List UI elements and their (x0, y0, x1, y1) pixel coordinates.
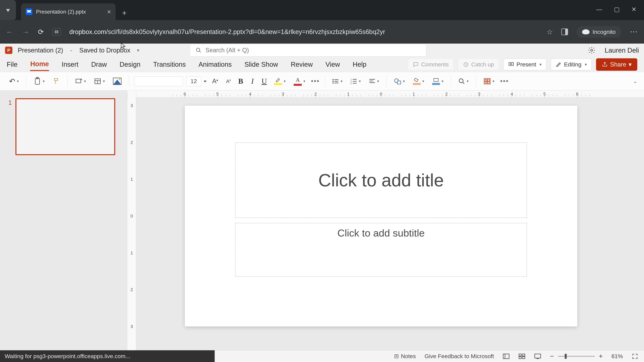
chevron-down-icon[interactable]: ▾ (585, 62, 587, 67)
search-input[interactable] (206, 47, 420, 54)
numbering-button[interactable]: 123 ▾ (348, 75, 363, 87)
tab-animations[interactable]: Animations (198, 58, 232, 70)
new-tab-button[interactable]: + (122, 8, 126, 17)
sorter-view-button[interactable] (518, 353, 526, 359)
gear-icon[interactable] (588, 46, 596, 54)
shape-fill-button[interactable]: ▾ (410, 75, 426, 87)
thumbnail-pane[interactable]: 1 (0, 90, 128, 350)
reload-button[interactable]: ⟳ (38, 28, 44, 36)
forward-button[interactable]: → (22, 27, 30, 36)
tab-view[interactable]: View (326, 58, 340, 70)
header-right: Lauren Deli (588, 46, 639, 54)
document-title[interactable]: Presentation (2) (18, 47, 63, 54)
chevron-down-icon[interactable]: ▾ (137, 48, 139, 53)
underline-button[interactable]: U (260, 77, 268, 85)
tab-help[interactable]: Help (353, 58, 366, 70)
align-button[interactable]: ▾ (366, 75, 381, 87)
tab-insert[interactable]: Insert (62, 58, 78, 70)
zoom-slider[interactable] (558, 356, 595, 357)
share-button[interactable]: Share ▾ (596, 58, 637, 71)
zoom-handle[interactable] (565, 354, 567, 359)
incognito-indicator[interactable]: Incognito (576, 26, 621, 38)
minimize-icon[interactable]: ― (596, 6, 602, 13)
editing-mode-button[interactable]: Editing ▾ (551, 59, 592, 70)
svg-rect-22 (334, 83, 338, 83)
normal-view-button[interactable] (502, 353, 510, 359)
side-panel-icon[interactable] (561, 28, 568, 35)
find-button[interactable]: ▾ (456, 75, 471, 87)
tab-title: Presentation (2).pptx (36, 9, 104, 15)
catchup-button[interactable]: Catch up (458, 59, 499, 70)
designer-button[interactable] (110, 75, 124, 87)
svg-point-35 (459, 79, 463, 83)
subtitle-placeholder[interactable]: Click to add subtitle (235, 223, 527, 277)
comments-button[interactable]: Comments (408, 59, 454, 70)
tab-home[interactable]: Home (30, 58, 49, 71)
designer-pane-button[interactable]: ▾ (481, 75, 497, 87)
feedback-link[interactable]: Give Feedback to Microsoft (424, 353, 494, 360)
font-size-select[interactable]: 12 (186, 76, 201, 86)
user-name[interactable]: Lauren Deli (604, 46, 639, 54)
font-color-button[interactable]: A ▾ (291, 75, 308, 87)
chevron-down-icon: ▾ (6, 6, 10, 13)
present-button[interactable]: Present ▾ (503, 59, 546, 70)
chevron-down-icon[interactable]: ▾ (204, 79, 206, 83)
site-settings-button[interactable] (52, 28, 61, 35)
fit-to-window-button[interactable] (632, 353, 638, 360)
bold-button[interactable]: B (236, 77, 245, 85)
tab-search-button[interactable]: ▾ (0, 0, 16, 20)
slideshow-view-button[interactable] (534, 353, 541, 359)
maximize-icon[interactable]: ▢ (614, 6, 620, 13)
browser-tab[interactable]: Presentation (2).pptx × (21, 3, 116, 20)
close-icon[interactable]: × (107, 8, 111, 15)
undo-icon: ↶ (9, 77, 15, 85)
title-placeholder[interactable]: Click to add title (235, 142, 527, 218)
more-commands[interactable]: ••• (500, 78, 509, 85)
slide-canvas[interactable]: Click to add title Click to add subtitle (185, 106, 577, 327)
tab-review[interactable]: Review (291, 58, 313, 70)
shape-fill-swatch (413, 83, 420, 85)
catchup-label: Catch up (471, 61, 494, 68)
undo-button[interactable]: ↶▾ (7, 75, 21, 87)
format-painter-button[interactable] (50, 75, 62, 87)
more-font-options[interactable]: ••• (311, 78, 320, 85)
svg-rect-20 (334, 81, 338, 81)
search-box[interactable] (190, 44, 426, 56)
zoom-percentage[interactable]: 61% (612, 353, 623, 360)
address-bar[interactable]: dropbox.com/scl/fi/ds8xk05ovlytyxnalh07u… (69, 28, 538, 35)
shape-outline-button[interactable]: ▾ (430, 75, 446, 87)
tab-draw[interactable]: Draw (91, 58, 107, 70)
close-window-icon[interactable]: ✕ (632, 6, 636, 13)
layout-button[interactable]: ▾ (92, 75, 107, 87)
bookmark-icon[interactable]: ☆ (546, 28, 553, 36)
new-slide-button[interactable]: ▾ (72, 75, 88, 87)
font-family-select[interactable]: ▾ (134, 76, 183, 86)
tab-file[interactable]: File (7, 58, 18, 70)
highlight-button[interactable]: ▾ (272, 75, 288, 87)
chevron-down-icon[interactable]: ▾ (540, 62, 542, 67)
paste-button[interactable]: ▾ (31, 75, 47, 87)
chevron-down-icon[interactable]: ▾ (628, 61, 632, 68)
canvas-area[interactable]: 6543210123456 Click to add title Click t… (136, 90, 644, 350)
notes-button[interactable]: Notes (394, 353, 416, 360)
tab-design[interactable]: Design (120, 58, 140, 70)
tab-transitions[interactable]: Transitions (153, 58, 186, 70)
italic-button[interactable]: I (248, 77, 256, 85)
grow-font-button[interactable]: A▴ (210, 75, 220, 87)
zoom-in-button[interactable]: + (599, 353, 603, 360)
slide-thumbnail[interactable] (16, 98, 115, 155)
zoom-out-button[interactable]: − (550, 353, 554, 360)
tab-slideshow[interactable]: Slide Show (244, 58, 278, 70)
browser-menu-icon[interactable]: ⋮ (630, 28, 638, 35)
save-status[interactable]: Saved to Dropbox (79, 47, 130, 54)
shapes-button[interactable]: ▾ (392, 75, 407, 87)
shrink-font-button[interactable]: A▾ (224, 75, 233, 87)
bullets-button[interactable]: ▾ (330, 75, 345, 87)
svg-rect-26 (353, 81, 357, 81)
feedback-label: Give Feedback to Microsoft (424, 353, 494, 360)
svg-rect-38 (485, 79, 487, 81)
svg-point-19 (332, 81, 334, 82)
collapse-ribbon-icon[interactable]: ⌄ (633, 78, 637, 84)
back-button[interactable]: ← (6, 27, 14, 36)
app-header: P Presentation (2) - Saved to Dropbox ▾ … (0, 43, 644, 57)
